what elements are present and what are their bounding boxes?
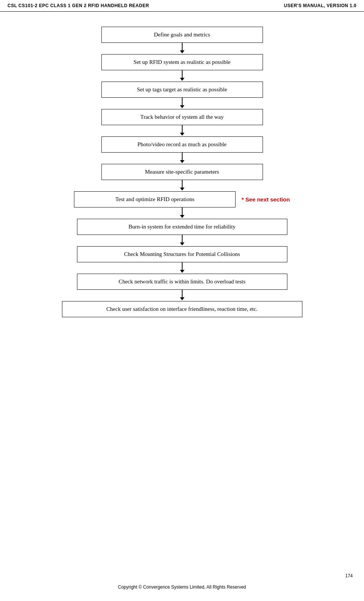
flowchart-box-9: Check Mounting Structures for Potential … bbox=[77, 246, 287, 262]
arrow-7 bbox=[180, 207, 184, 219]
arrow-head bbox=[180, 160, 184, 163]
flowchart-box-7: Test and optimize RFID operations bbox=[74, 191, 236, 207]
arrow-line bbox=[182, 70, 183, 78]
flow-row-1: Define goals and metrics bbox=[101, 27, 263, 43]
flowchart-box-11: Check user satisfaction on interface fri… bbox=[62, 301, 302, 317]
header-right: USER'S MANUAL, VERSION 1.0 bbox=[284, 3, 356, 8]
flow-row-3: Set up tags target as realistic as possi… bbox=[101, 82, 263, 98]
flowchart-box-1: Define goals and metrics bbox=[101, 27, 263, 43]
flowchart-box-2: Set up RFID system as realistic as possi… bbox=[101, 54, 263, 70]
main-content: Define goals and metrics Set up RFID sys… bbox=[0, 12, 364, 340]
flow-row-10: Check network traffic is within limits. … bbox=[77, 274, 287, 290]
arrow-3 bbox=[180, 98, 184, 109]
flow-row-9: Check Mounting Structures for Potential … bbox=[77, 246, 287, 262]
arrow-line bbox=[182, 207, 183, 215]
flow-row-5: Photo/video record as much as possible bbox=[101, 136, 263, 153]
arrow-line bbox=[182, 290, 183, 297]
flowchart-box-10: Check network traffic is within limits. … bbox=[77, 274, 287, 290]
arrow-line bbox=[182, 180, 183, 188]
flow-row-11: Check user satisfaction on interface fri… bbox=[62, 301, 302, 317]
arrow-line bbox=[182, 235, 183, 242]
flow-row-7: Test and optimize RFID operations * See … bbox=[74, 191, 290, 207]
arrow-4 bbox=[180, 125, 184, 136]
arrow-head bbox=[180, 297, 184, 300]
arrow-8 bbox=[180, 235, 184, 246]
flowchart-box-4: Track behavior of system all the way bbox=[101, 109, 263, 125]
arrow-2 bbox=[180, 70, 184, 82]
flowchart-box-5: Photo/video record as much as possible bbox=[101, 136, 263, 153]
page-footer: Copyright © Convergence Systems Limited,… bbox=[0, 584, 364, 590]
arrow-6 bbox=[180, 180, 184, 191]
arrow-5 bbox=[180, 153, 184, 164]
page-number: 174 bbox=[345, 573, 353, 578]
arrow-line bbox=[182, 98, 183, 105]
arrow-head bbox=[180, 215, 184, 218]
see-next-label: * See next section bbox=[242, 196, 290, 203]
flowchart-box-3: Set up tags target as realistic as possi… bbox=[101, 82, 263, 98]
arrow-line bbox=[182, 43, 183, 50]
arrow-line bbox=[182, 153, 183, 160]
arrow-head bbox=[180, 78, 184, 81]
flow-row-4: Track behavior of system all the way bbox=[101, 109, 263, 125]
flowchart: Define goals and metrics Set up RFID sys… bbox=[51, 27, 314, 317]
copyright-text: Copyright © Convergence Systems Limited,… bbox=[118, 584, 246, 590]
arrow-head bbox=[180, 50, 184, 53]
flow-row-2: Set up RFID system as realistic as possi… bbox=[101, 54, 263, 70]
flowchart-box-8: Burn-in system for extended time for rel… bbox=[77, 219, 287, 235]
arrow-head bbox=[180, 188, 184, 191]
header-left: CSL CS101-2 EPC CLASS 1 GEN 2 RFID HANDH… bbox=[8, 3, 149, 8]
flowchart-box-6: Measure site-specific parameters bbox=[101, 164, 263, 180]
flow-row-6: Measure site-specific parameters bbox=[101, 164, 263, 180]
arrow-head bbox=[180, 105, 184, 108]
arrow-head bbox=[180, 242, 184, 245]
arrow-9 bbox=[180, 262, 184, 274]
arrow-line bbox=[182, 125, 183, 133]
arrow-line bbox=[182, 262, 183, 270]
arrow-10 bbox=[180, 290, 184, 301]
arrow-1 bbox=[180, 43, 184, 54]
arrow-head bbox=[180, 133, 184, 136]
arrow-head bbox=[180, 270, 184, 273]
flow-row-8: Burn-in system for extended time for rel… bbox=[77, 219, 287, 235]
page-header: CSL CS101-2 EPC CLASS 1 GEN 2 RFID HANDH… bbox=[0, 0, 364, 12]
